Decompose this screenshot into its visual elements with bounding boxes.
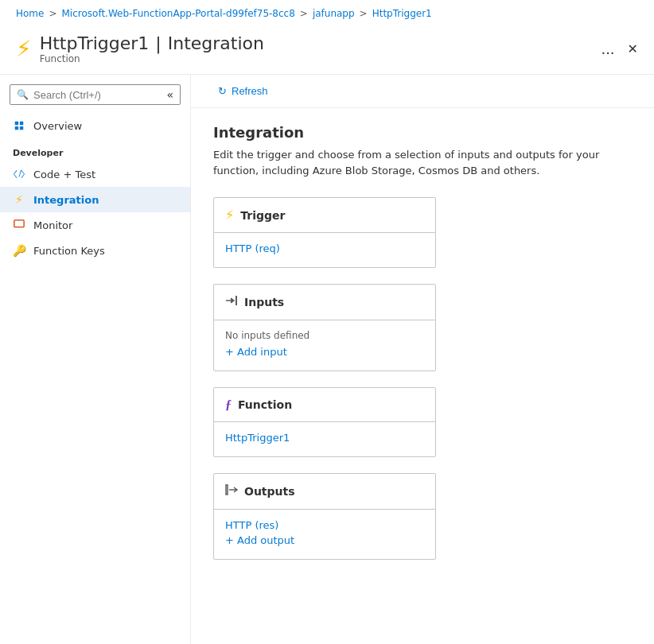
more-button[interactable]: ... xyxy=(601,41,614,57)
inputs-card: Inputs No inputs defined + Add input xyxy=(213,284,436,371)
sidebar-item-code-test[interactable]: Code + Test xyxy=(0,161,190,187)
inputs-card-title: Inputs xyxy=(244,296,284,308)
function-bolt-icon: ⚡ xyxy=(16,36,32,62)
trigger-card: ⚡ Trigger HTTP (req) xyxy=(213,197,436,268)
sidebar-item-function-keys[interactable]: 🔑 Function Keys xyxy=(0,238,190,263)
layout: 🔍 « Overview Developer Code + Test ⚡ Int… xyxy=(0,75,654,644)
sidebar-item-integration-label: Integration xyxy=(33,194,99,206)
code-test-icon xyxy=(13,168,25,180)
search-icon: 🔍 xyxy=(17,89,29,100)
refresh-button[interactable]: ↻ Refresh xyxy=(210,81,276,101)
breadcrumb-function[interactable]: HttpTrigger1 xyxy=(372,8,432,19)
inputs-card-icon xyxy=(225,294,238,310)
function-card-header: ƒ Function xyxy=(214,388,435,422)
main-content: ↻ Refresh Integration Edit the trigger a… xyxy=(191,75,654,644)
integration-icon: ⚡ xyxy=(13,193,25,206)
monitor-icon xyxy=(13,219,25,231)
sidebar-item-function-keys-label: Function Keys xyxy=(33,245,105,257)
sidebar-item-integration[interactable]: ⚡ Integration xyxy=(0,187,190,212)
breadcrumb-functionapp[interactable]: Microsoft.Web-FunctionApp-Portal-d99fef7… xyxy=(62,8,295,19)
sidebar-item-code-test-label: Code + Test xyxy=(33,169,95,180)
close-button[interactable]: ✕ xyxy=(628,41,638,56)
sidebar-item-overview-label: Overview xyxy=(33,120,82,132)
trigger-card-header: ⚡ Trigger xyxy=(214,198,435,233)
breadcrumb: Home > Microsoft.Web-FunctionApp-Portal-… xyxy=(0,0,654,27)
inputs-card-body: No inputs defined + Add input xyxy=(214,320,435,370)
breadcrumb-home[interactable]: Home xyxy=(16,8,44,19)
refresh-icon: ↻ xyxy=(218,85,227,97)
sidebar-item-monitor[interactable]: Monitor xyxy=(0,212,190,238)
add-input-link[interactable]: + Add input xyxy=(225,346,424,358)
httptrigger1-link[interactable]: HttpTrigger1 xyxy=(225,432,424,444)
header-left: ⚡ HttpTrigger1 | Integration Function xyxy=(16,33,264,64)
search-input[interactable] xyxy=(33,89,145,101)
function-card-title: Function xyxy=(238,398,292,411)
function-card-body: HttpTrigger1 xyxy=(214,422,435,456)
sidebar-section-developer: Developer xyxy=(0,138,190,161)
integration-title: Integration xyxy=(213,124,632,141)
sidebar: 🔍 « Overview Developer Code + Test ⚡ Int… xyxy=(0,75,191,644)
outputs-card-header: Outputs xyxy=(214,474,435,510)
inputs-card-header: Inputs xyxy=(214,285,435,320)
function-card-icon: ƒ xyxy=(225,398,232,412)
svg-rect-1 xyxy=(236,296,237,305)
http-res-link[interactable]: HTTP (res) xyxy=(225,519,424,531)
collapse-icon[interactable]: « xyxy=(166,88,173,101)
refresh-label: Refresh xyxy=(232,85,268,97)
page-header: ⚡ HttpTrigger1 | Integration Function ..… xyxy=(0,27,654,75)
header-title-block: HttpTrigger1 | Integration Function xyxy=(40,33,264,64)
sidebar-item-overview[interactable]: Overview xyxy=(0,113,190,138)
outputs-card: Outputs HTTP (res) + Add output xyxy=(213,473,436,560)
breadcrumb-app[interactable]: jafunapp xyxy=(313,8,355,19)
trigger-card-body: HTTP (req) xyxy=(214,233,435,267)
svg-rect-0 xyxy=(14,220,24,227)
page-title: HttpTrigger1 xyxy=(40,33,150,53)
add-output-link[interactable]: + Add output xyxy=(225,534,424,546)
trigger-card-icon: ⚡ xyxy=(225,208,234,223)
header-subtitle: Function xyxy=(40,53,264,64)
integration-description: Edit the trigger and choose from a selec… xyxy=(213,147,611,178)
breadcrumb-sep-1: > xyxy=(300,8,308,19)
toolbar: ↻ Refresh xyxy=(191,75,654,108)
page-section: Integration xyxy=(168,33,264,53)
function-card: ƒ Function HttpTrigger1 xyxy=(213,387,436,457)
search-box[interactable]: 🔍 « xyxy=(10,84,181,105)
breadcrumb-sep-0: > xyxy=(49,8,56,19)
outputs-card-body: HTTP (res) + Add output xyxy=(214,510,435,559)
function-keys-icon: 🔑 xyxy=(13,244,25,257)
outputs-card-icon xyxy=(225,483,238,499)
breadcrumb-sep-2: > xyxy=(360,8,368,19)
trigger-card-title: Trigger xyxy=(240,209,285,222)
overview-icon xyxy=(13,119,25,132)
no-inputs-label: No inputs defined xyxy=(225,330,424,341)
sidebar-item-monitor-label: Monitor xyxy=(33,219,72,231)
http-req-link[interactable]: HTTP (req) xyxy=(225,242,424,254)
svg-rect-2 xyxy=(226,485,228,495)
header-actions: ... ✕ xyxy=(601,41,638,57)
title-separator: | xyxy=(155,33,161,53)
main-inner: Integration Edit the trigger and choose … xyxy=(191,108,654,592)
outputs-card-title: Outputs xyxy=(244,485,295,498)
